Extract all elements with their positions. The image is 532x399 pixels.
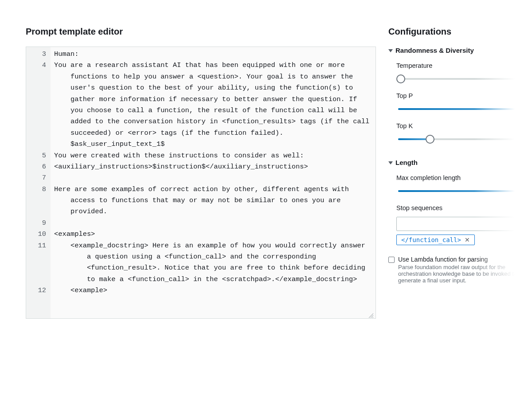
max-completion-label: Max completion length <box>396 174 521 181</box>
stop-sequence-chip[interactable]: </function_call> ✕ <box>396 235 475 245</box>
section-label: Length <box>395 159 418 166</box>
top-k-label: Top K <box>396 122 521 129</box>
resize-handle-icon[interactable] <box>368 312 374 317</box>
temperature-label: Temperature <box>396 62 521 69</box>
stop-sequences-label: Stop sequences <box>396 204 521 211</box>
top-p-slider[interactable] <box>396 105 521 113</box>
slider-thumb[interactable] <box>426 135 434 144</box>
editor-title: Prompt template editor <box>26 27 376 37</box>
code-body[interactable]: Human:You are a research assistant AI th… <box>51 47 376 318</box>
temperature-slider[interactable] <box>396 74 521 83</box>
close-icon[interactable]: ✕ <box>465 236 470 243</box>
code-editor[interactable]: 3456789101112 Human:You are a research a… <box>26 47 376 319</box>
slider-thumb[interactable] <box>396 74 405 83</box>
line-number-gutter: 3456789101112 <box>26 47 51 318</box>
caret-down-icon <box>388 49 393 52</box>
section-toggle-randomness[interactable]: Randomness & Diversity <box>388 47 521 54</box>
caret-down-icon <box>388 161 393 164</box>
top-p-label: Top P <box>396 92 521 99</box>
section-toggle-length[interactable]: Length <box>388 159 521 166</box>
max-completion-slider[interactable] <box>396 187 521 196</box>
stop-sequences-input[interactable] <box>396 217 521 231</box>
lambda-label: Use Lambda function for parsing <box>398 256 521 263</box>
chip-label: </function_call> <box>401 236 461 243</box>
lambda-checkbox[interactable] <box>388 257 395 263</box>
top-k-slider[interactable] <box>396 135 521 144</box>
section-label: Randomness & Diversity <box>395 47 474 54</box>
config-title: Configurations <box>388 27 521 37</box>
lambda-sublabel: Parse foundation model raw output for th… <box>398 264 521 284</box>
